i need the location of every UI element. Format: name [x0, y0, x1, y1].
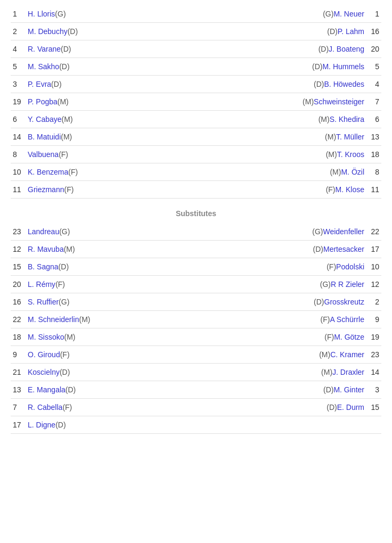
left-player-position: (G) [59, 227, 70, 236]
left-player-name: P. Evra [28, 80, 51, 88]
left-shirt-number: 13 [13, 385, 28, 394]
left-player-side: 12R. Mavuba (M) [13, 245, 162, 253]
player-row: 1H. Lloris (G)(G) M. Neuer 1 [11, 5, 381, 23]
right-player-side: (D) E. Durm 15 [230, 403, 379, 412]
left-player-position: (F) [68, 168, 78, 176]
right-player-position: (M) [326, 150, 337, 159]
left-player-position: (M) [62, 115, 73, 124]
right-player-name: Schweinsteiger [314, 97, 364, 106]
right-player-position: (G) [320, 280, 331, 289]
right-player-side: (G) Weidenfeller 22 [230, 227, 379, 236]
left-shirt-number: 18 [13, 333, 28, 341]
left-shirt-number: 19 [13, 97, 28, 106]
left-shirt-number: 8 [13, 150, 28, 159]
left-player-position: (D) [60, 368, 70, 376]
left-shirt-number: 6 [13, 115, 28, 124]
right-shirt-number: 18 [364, 150, 379, 159]
left-player-side: 23Landreau (G) [13, 227, 162, 236]
left-player-position: (G) [55, 10, 66, 18]
right-player-position: (D) [326, 403, 337, 412]
left-player-position: (M) [79, 315, 91, 324]
left-shirt-number: 11 [13, 185, 28, 194]
right-player-position: (M) [321, 368, 332, 376]
right-player-side: (F) Podolski 10 [230, 262, 379, 271]
left-shirt-number: 4 [13, 45, 28, 53]
starters-section: 1H. Lloris (G)(G) M. Neuer 12M. Debuchy … [11, 5, 381, 199]
right-shirt-number: 9 [364, 315, 379, 324]
left-player-side: 13E. Mangala (D) [13, 385, 162, 394]
left-shirt-number: 9 [13, 350, 28, 359]
right-player-position: (M) [318, 115, 330, 124]
left-shirt-number: 1 [13, 10, 28, 18]
player-row: 16S. Ruffier (G)(D) Grosskreutz 2 [11, 293, 381, 311]
left-player-name: P. Pogba [28, 97, 58, 106]
left-player-name: M. Debuchy [28, 27, 68, 36]
left-player-position: (M) [61, 133, 72, 141]
player-row: 18M. Sissoko (M)(F) M. Götze 19 [11, 328, 381, 346]
left-player-side: 18M. Sissoko (M) [13, 333, 162, 341]
right-player-position: (D) [314, 80, 324, 88]
right-player-name: T. Kroos [337, 150, 364, 159]
right-player-side: (F) A Schürrle 9 [230, 315, 379, 324]
left-player-name: H. Lloris [28, 10, 55, 18]
right-shirt-number: 5 [364, 62, 379, 71]
left-player-position: (F) [60, 350, 70, 359]
right-shirt-number: 10 [364, 262, 379, 271]
right-shirt-number: 23 [364, 350, 379, 359]
left-player-position: (M) [64, 245, 75, 253]
left-player-side: 11Griezmann (F) [13, 185, 162, 194]
right-player-position: (D) [323, 385, 333, 394]
player-row: 10K. Benzema (F)(M) M. Özil 8 [11, 163, 381, 181]
left-player-side: 14B. Matuidi (M) [13, 133, 162, 141]
right-shirt-number: 14 [364, 368, 379, 376]
left-shirt-number: 22 [13, 315, 28, 324]
player-row: 2M. Debuchy (D)(D) P. Lahm 16 [11, 23, 381, 40]
left-shirt-number: 17 [13, 421, 28, 429]
left-shirt-number: 21 [13, 368, 28, 376]
right-player-side: (M) S. Khedira 6 [230, 115, 379, 124]
right-shirt-number: 22 [364, 227, 379, 236]
left-player-side: 19P. Pogba (M) [13, 97, 162, 106]
left-shirt-number: 3 [13, 80, 28, 88]
right-player-name: P. Lahm [338, 27, 364, 36]
left-player-side: 15B. Sagna (D) [13, 262, 162, 271]
left-player-side: 9O. Giroud (F) [13, 350, 162, 359]
left-player-name: K. Benzema [28, 168, 68, 176]
right-player-name: S. Khedira [330, 115, 364, 124]
left-player-side: 16S. Ruffier (G) [13, 298, 162, 306]
player-row: 8Valbuena (F)(M) T. Kroos 18 [11, 146, 381, 163]
right-player-position: (D) [318, 45, 329, 53]
left-player-name: Landreau [28, 227, 59, 236]
left-player-position: (F) [59, 150, 68, 159]
left-shirt-number: 7 [13, 403, 28, 412]
player-row: 22M. Schneiderlin (M)(F) A Schürrle 9 [11, 311, 381, 328]
right-shirt-number: 19 [364, 333, 379, 341]
right-player-name: M. Klose [336, 185, 364, 194]
player-row: 3P. Evra (D)(D) B. Höwedes 4 [11, 76, 381, 93]
left-player-position: (D) [61, 45, 71, 53]
right-player-name: C. Kramer [330, 350, 364, 359]
right-shirt-number: 7 [364, 97, 379, 106]
right-shirt-number: 12 [364, 280, 379, 289]
right-player-position: (F) [326, 185, 336, 194]
left-shirt-number: 5 [13, 62, 28, 71]
right-player-side: (D) M. Hummels 5 [230, 62, 379, 71]
left-player-position: (D) [59, 62, 69, 71]
player-row: 4R. Varane (D)(D) J. Boateng 20 [11, 40, 381, 58]
right-player-position: (D) [312, 62, 322, 71]
right-player-side: (F) M. Götze 19 [230, 333, 379, 341]
left-player-side: 10K. Benzema (F) [13, 168, 162, 176]
left-player-side: 3P. Evra (D) [13, 80, 162, 88]
right-player-side: (D) M. Ginter 3 [230, 385, 379, 394]
right-player-position: (F) [321, 315, 330, 324]
right-player-side: (G) R R Zieler 12 [230, 280, 379, 289]
left-player-name: M. Schneiderlin [28, 315, 79, 324]
left-player-name: R. Varane [28, 45, 61, 53]
right-shirt-number: 6 [364, 115, 379, 124]
left-player-name: L. Digne [28, 421, 55, 429]
right-player-name: Weidenfeller [323, 227, 364, 236]
right-player-position: (D) [327, 27, 337, 36]
left-player-name: M. Sissoko [28, 333, 64, 341]
left-player-position: (D) [68, 27, 78, 36]
left-player-side: 8Valbuena (F) [13, 150, 162, 159]
